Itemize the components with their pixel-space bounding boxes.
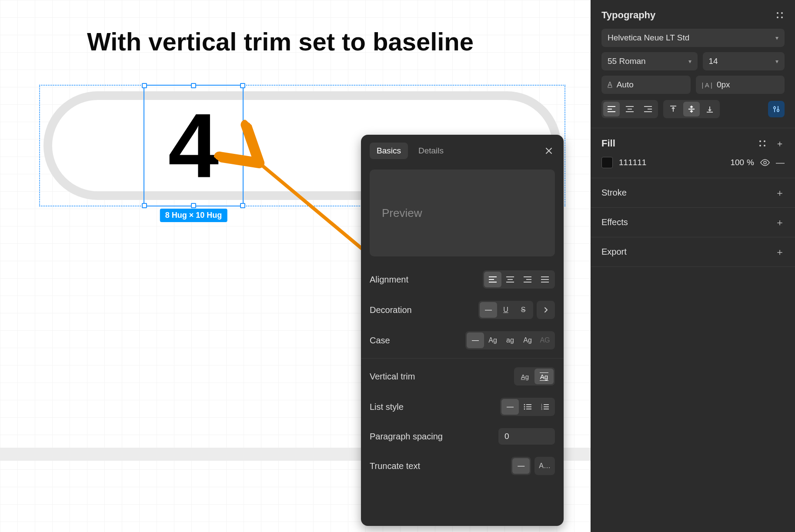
- tab-basics[interactable]: Basics: [370, 143, 408, 159]
- letter-spacing-icon: | A |: [702, 81, 712, 89]
- font-size-value: 14: [709, 57, 718, 66]
- vertical-align-middle-button[interactable]: [683, 102, 700, 116]
- stroke-title: Stroke: [601, 188, 627, 198]
- resize-handle-br[interactable]: [240, 203, 245, 208]
- fill-section: Fill ＋ % —: [591, 128, 795, 178]
- fill-remove-icon[interactable]: —: [776, 158, 785, 168]
- fill-opacity-input[interactable]: [724, 158, 744, 167]
- decoration-strike-button[interactable]: S: [514, 302, 532, 318]
- vertical-align-top-button[interactable]: [665, 102, 681, 116]
- chevron-down-icon: ▾: [775, 34, 778, 41]
- vertical-trim-standard-button[interactable]: Ag: [515, 369, 534, 384]
- export-title: Export: [601, 247, 627, 257]
- effects-title: Effects: [601, 217, 628, 227]
- decoration-none-button[interactable]: —: [480, 302, 497, 318]
- canvas-heading: With vertical trim set to baseline: [87, 27, 474, 56]
- svg-point-11: [781, 17, 783, 18]
- svg-point-12: [774, 107, 775, 109]
- export-section-header[interactable]: Export ＋: [591, 237, 795, 267]
- align-center-button[interactable]: [501, 272, 519, 287]
- decoration-underline-button[interactable]: U: [497, 302, 514, 318]
- svg-point-14: [759, 140, 761, 142]
- case-smallcaps-button[interactable]: AG: [536, 332, 554, 348]
- fill-opacity-unit: %: [747, 158, 754, 167]
- resize-handle-tl[interactable]: [142, 83, 147, 88]
- text-align-right-button[interactable]: [640, 102, 656, 116]
- case-label: Case: [370, 336, 465, 346]
- typography-section: Typography Helvetica Neue LT Std ▾ 55 Ro…: [591, 0, 795, 128]
- preview-box: Preview: [370, 170, 555, 256]
- svg-point-17: [764, 145, 765, 146]
- typography-title: Typography: [601, 10, 655, 21]
- case-none-button[interactable]: —: [467, 332, 484, 348]
- fill-swatch[interactable]: [601, 157, 613, 168]
- truncate-text-label: Truncate text: [370, 461, 511, 471]
- case-titlecase-button[interactable]: Ag: [519, 332, 536, 348]
- line-height-icon: A: [608, 81, 612, 89]
- line-height-field[interactable]: A Auto: [601, 76, 691, 94]
- selection-inner-frame[interactable]: 4 8 Hug × 10 Hug: [144, 85, 244, 206]
- align-right-button[interactable]: [519, 272, 536, 287]
- tab-details[interactable]: Details: [411, 143, 451, 159]
- effects-add-icon[interactable]: ＋: [775, 218, 785, 227]
- fill-visibility-icon[interactable]: [760, 159, 770, 166]
- alignment-label: Alignment: [370, 275, 483, 285]
- inspector-panel: Typography Helvetica Neue LT Std ▾ 55 Ro…: [591, 0, 795, 532]
- resize-handle-tm[interactable]: [191, 83, 196, 88]
- list-style-label: List style: [370, 402, 500, 412]
- svg-point-9: [781, 12, 783, 14]
- resize-handle-bl[interactable]: [142, 203, 147, 208]
- list-numbered-button[interactable]: 123: [536, 399, 554, 415]
- svg-point-16: [759, 145, 761, 146]
- font-size-select[interactable]: 14 ▾: [703, 52, 785, 70]
- font-weight-value: 55 Roman: [608, 57, 646, 66]
- svg-point-3: [524, 406, 525, 408]
- decoration-label: Decoration: [370, 305, 478, 315]
- text-align-center-button[interactable]: [621, 102, 638, 116]
- font-family-select[interactable]: Helvetica Neue LT Std ▾: [601, 29, 785, 47]
- stroke-add-icon[interactable]: ＋: [775, 188, 785, 198]
- list-none-button[interactable]: —: [501, 399, 519, 415]
- fill-title: Fill: [601, 138, 615, 149]
- decoration-more-button[interactable]: [538, 302, 554, 318]
- truncate-none-button[interactable]: —: [512, 458, 530, 474]
- case-lowercase-button[interactable]: ag: [501, 332, 519, 348]
- truncate-end-chip[interactable]: A…: [534, 457, 555, 475]
- fill-hex-input[interactable]: [619, 158, 658, 167]
- vertical-align-bottom-button[interactable]: [701, 102, 718, 116]
- chevron-down-icon: ▾: [775, 58, 778, 65]
- type-settings-button[interactable]: [768, 101, 785, 117]
- paragraph-spacing-label: Paragraph spacing: [370, 432, 498, 442]
- list-bullet-button[interactable]: [519, 399, 536, 415]
- svg-point-10: [777, 17, 778, 18]
- svg-text:3: 3: [541, 408, 542, 410]
- letter-spacing-field[interactable]: | A | 0px: [696, 76, 785, 94]
- resize-handle-tr[interactable]: [240, 83, 245, 88]
- svg-point-8: [777, 12, 778, 14]
- design-canvas[interactable]: With vertical trim set to baseline 4 8 H…: [0, 0, 591, 532]
- svg-point-18: [764, 161, 766, 164]
- case-capitalize-button[interactable]: Ag: [484, 332, 501, 348]
- svg-point-4: [524, 409, 525, 410]
- effects-section-header[interactable]: Effects ＋: [591, 208, 795, 237]
- text-align-left-button[interactable]: [603, 102, 620, 116]
- chevron-down-icon: ▾: [688, 58, 691, 65]
- vertical-trim-label: Vertical trim: [370, 372, 514, 382]
- font-family-value: Helvetica Neue LT Std: [608, 33, 689, 43]
- align-left-button[interactable]: [484, 272, 501, 287]
- paragraph-spacing-input[interactable]: [498, 428, 555, 445]
- fill-add-icon[interactable]: ＋: [775, 139, 785, 148]
- line-height-value: Auto: [617, 80, 634, 90]
- preview-placeholder: Preview: [382, 206, 422, 220]
- font-weight-select[interactable]: 55 Roman ▾: [601, 52, 698, 70]
- stroke-section-header[interactable]: Stroke ＋: [591, 178, 795, 208]
- selected-text-glyph[interactable]: 4: [168, 100, 219, 191]
- vertical-trim-cap-button[interactable]: Ag: [534, 369, 554, 384]
- typography-styles-icon[interactable]: [775, 10, 785, 20]
- svg-point-15: [764, 140, 765, 142]
- align-justify-button[interactable]: [536, 272, 554, 287]
- close-icon[interactable]: [543, 145, 555, 157]
- resize-handle-bm[interactable]: [191, 203, 196, 208]
- export-add-icon[interactable]: ＋: [775, 247, 785, 257]
- fill-styles-icon[interactable]: [758, 139, 767, 148]
